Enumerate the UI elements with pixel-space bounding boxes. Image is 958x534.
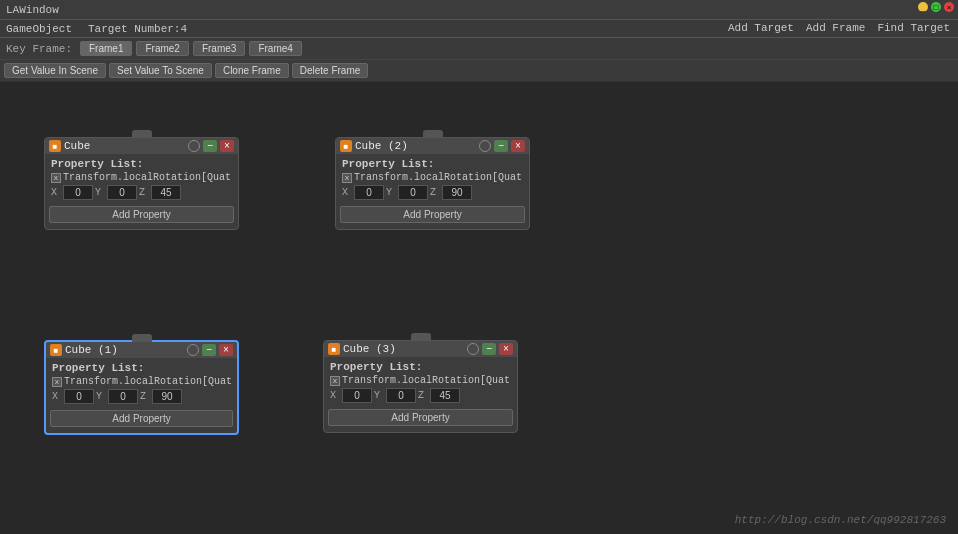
node-circle-btn-4[interactable]: [467, 343, 479, 355]
y-label-4: Y: [374, 390, 384, 401]
node-close-btn-1[interactable]: ×: [220, 140, 234, 152]
frame-tab-4[interactable]: Frame4: [249, 41, 301, 56]
prop-row-2: x Transform.localRotation[Quat: [342, 172, 523, 183]
prop-name-3: Transform.localRotation[Quat: [64, 376, 231, 387]
frame-tab-1[interactable]: Frame1: [80, 41, 132, 56]
add-property-btn-4[interactable]: Add Property: [328, 409, 513, 426]
x-input-3[interactable]: [64, 389, 94, 404]
y-label-3: Y: [96, 391, 106, 402]
get-value-button[interactable]: Get Value In Scene: [4, 63, 106, 78]
y-input-2[interactable]: [398, 185, 428, 200]
watermark: http://blog.csdn.net/qq992817263: [735, 514, 946, 526]
add-property-btn-2[interactable]: Add Property: [340, 206, 525, 223]
node-title-4: Cube (3): [343, 343, 464, 355]
node-circle-btn-2[interactable]: [479, 140, 491, 152]
z-input-3[interactable]: [152, 389, 182, 404]
node-cube-1: ■ Cube (1) − × Property List: x Transfor…: [44, 340, 239, 435]
xyz-row-4: X Y Z: [330, 388, 511, 403]
node-body-3: Property List: x Transform.localRotation…: [46, 358, 237, 410]
prop-name-2: Transform.localRotation[Quat: [354, 172, 523, 183]
node-header-2: ■ Cube (2) − ×: [336, 138, 529, 154]
node-header-3: ■ Cube (1) − ×: [46, 342, 237, 358]
prop-list-label-3: Property List:: [52, 362, 231, 374]
node-title-1: Cube: [64, 140, 185, 152]
menu-bar: GameObject Target Number:4 Add Target Ad…: [0, 20, 958, 38]
set-value-button[interactable]: Set Value To Scene: [109, 63, 212, 78]
prop-row-4: x Transform.localRotation[Quat: [330, 375, 511, 386]
prop-list-label-1: Property List:: [51, 158, 232, 170]
keyframe-bar: Key Frame: Frame1 Frame2 Frame3 Frame4: [0, 38, 958, 60]
add-property-btn-3[interactable]: Add Property: [50, 410, 233, 427]
y-input-3[interactable]: [108, 389, 138, 404]
x-input-2[interactable]: [354, 185, 384, 200]
y-input-1[interactable]: [107, 185, 137, 200]
prop-check-3[interactable]: x: [52, 377, 62, 387]
menu-find-target[interactable]: Find Target: [877, 22, 950, 34]
z-label-3: Z: [140, 391, 150, 402]
connector-top-4: [411, 333, 431, 341]
prop-check-2[interactable]: x: [342, 173, 352, 183]
node-minus-btn-3[interactable]: −: [202, 344, 216, 356]
node-header-1: ■ Cube − ×: [45, 138, 238, 154]
x-input-4[interactable]: [342, 388, 372, 403]
canvas-area: ■ Cube − × Property List: x Transform.lo…: [0, 82, 958, 534]
node-circle-btn-3[interactable]: [187, 344, 199, 356]
node-close-btn-3[interactable]: ×: [219, 344, 233, 356]
node-close-btn-4[interactable]: ×: [499, 343, 513, 355]
node-header-4: ■ Cube (3) − ×: [324, 341, 517, 357]
node-circle-btn-1[interactable]: [188, 140, 200, 152]
title-bar-controls: _ □ ×: [918, 2, 954, 12]
prop-name-4: Transform.localRotation[Quat: [342, 375, 511, 386]
y-input-4[interactable]: [386, 388, 416, 403]
node-body-4: Property List: x Transform.localRotation…: [324, 357, 517, 409]
node-minus-btn-2[interactable]: −: [494, 140, 508, 152]
z-input-2[interactable]: [442, 185, 472, 200]
menu-right: Add Target Add Frame Find Target: [728, 22, 950, 34]
node-body-2: Property List: x Transform.localRotation…: [336, 154, 529, 206]
x-label-4: X: [330, 390, 340, 401]
z-label-1: Z: [139, 187, 149, 198]
x-label-2: X: [342, 187, 352, 198]
z-input-4[interactable]: [430, 388, 460, 403]
xyz-row-1: X Y Z: [51, 185, 232, 200]
prop-name-1: Transform.localRotation[Quat: [63, 172, 232, 183]
close-button[interactable]: ×: [944, 2, 954, 12]
prop-check-1[interactable]: x: [51, 173, 61, 183]
menu-add-frame[interactable]: Add Frame: [806, 22, 865, 34]
frame-tab-3[interactable]: Frame3: [193, 41, 245, 56]
prop-list-label-4: Property List:: [330, 361, 511, 373]
connector-top-3: [132, 334, 152, 342]
x-input-1[interactable]: [63, 185, 93, 200]
node-cube: ■ Cube − × Property List: x Transform.lo…: [44, 137, 239, 230]
y-label-1: Y: [95, 187, 105, 198]
minimize-button[interactable]: _: [918, 2, 928, 12]
menu-gameobject[interactable]: GameObject: [6, 23, 72, 35]
xyz-row-2: X Y Z: [342, 185, 523, 200]
cube-icon-1: ■: [49, 140, 61, 152]
prop-check-4[interactable]: x: [330, 376, 340, 386]
add-property-btn-1[interactable]: Add Property: [49, 206, 234, 223]
cube-icon-4: ■: [328, 343, 340, 355]
node-minus-btn-1[interactable]: −: [203, 140, 217, 152]
xyz-row-3: X Y Z: [52, 389, 231, 404]
menu-add-target[interactable]: Add Target: [728, 22, 794, 34]
clone-frame-button[interactable]: Clone Frame: [215, 63, 289, 78]
node-title-2: Cube (2): [355, 140, 476, 152]
menu-target-number: Target Number:4: [88, 23, 187, 35]
node-body-1: Property List: x Transform.localRotation…: [45, 154, 238, 206]
delete-frame-button[interactable]: Delete Frame: [292, 63, 369, 78]
prop-row-3: x Transform.localRotation[Quat: [52, 376, 231, 387]
y-label-2: Y: [386, 187, 396, 198]
frame-tab-2[interactable]: Frame2: [136, 41, 188, 56]
prop-row-1: x Transform.localRotation[Quat: [51, 172, 232, 183]
node-cube-3: ■ Cube (3) − × Property List: x Transfor…: [323, 340, 518, 433]
connector-top-1: [132, 130, 152, 138]
z-input-1[interactable]: [151, 185, 181, 200]
node-title-3: Cube (1): [65, 344, 184, 356]
keyframe-label: Key Frame:: [6, 43, 72, 55]
cube-icon-3: ■: [50, 344, 62, 356]
node-minus-btn-4[interactable]: −: [482, 343, 496, 355]
node-close-btn-2[interactable]: ×: [511, 140, 525, 152]
maximize-button[interactable]: □: [931, 2, 941, 12]
z-label-4: Z: [418, 390, 428, 401]
